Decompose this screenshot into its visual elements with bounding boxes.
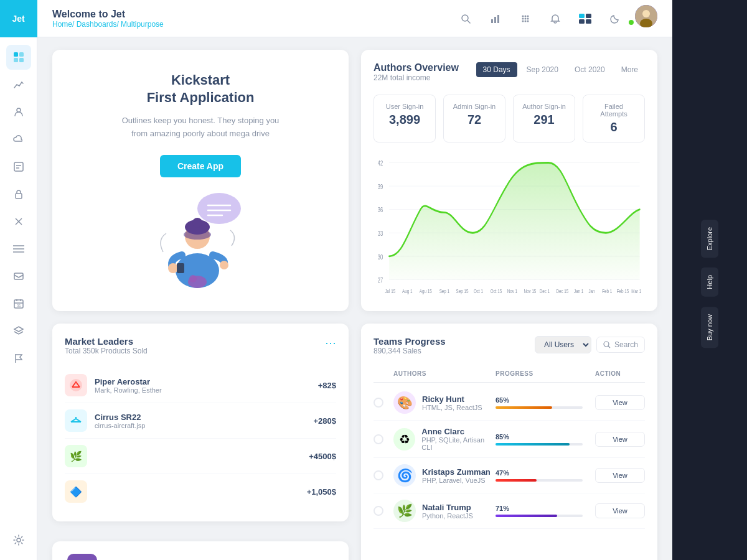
chart-icon[interactable] <box>486 9 505 29</box>
grid-icon[interactable] <box>515 9 535 29</box>
stat-failed-attempts-label: Failed Attempts <box>591 103 637 118</box>
authors-header: Authors Overview 22M total income 30 Day… <box>374 62 645 92</box>
market-more-icon[interactable]: ⋯ <box>325 336 336 350</box>
sidebar-item-users[interactable] <box>6 100 31 124</box>
date-tab-sep[interactable]: Sep 2020 <box>520 62 565 77</box>
view-ricky-btn[interactable]: View <box>595 395 645 410</box>
author-kristaps: 🌀 Kristaps Zumman PHP, Laravel, VueJS <box>393 464 496 487</box>
cirrus-meta: cirrus-aircraft.jsp <box>95 422 306 429</box>
svg-point-29 <box>527 15 529 17</box>
svg-rect-56 <box>177 263 184 273</box>
anne-name: Anne Clarc <box>421 427 496 436</box>
bootstrap-banner: B Bootstrap 5 <box>52 541 349 560</box>
dark-mode-icon[interactable] <box>605 9 625 29</box>
svg-line-93 <box>608 346 610 348</box>
stat-user-signin-value: 3,899 <box>382 113 428 127</box>
kickstart-title: Kickstart First Application <box>147 72 255 107</box>
market-item-piper: Piper Aerostar Mark, Rowling, Esther +82… <box>65 368 336 403</box>
content-area: Kickstart First Application Outlines kee… <box>37 37 672 560</box>
view-anne-btn[interactable]: View <box>595 432 645 447</box>
stat-failed-attempts: Failed Attempts 6 <box>583 95 645 142</box>
natali-name: Natali Trump <box>422 503 473 512</box>
view-kristaps-btn[interactable]: View <box>595 468 645 483</box>
svg-text:30: 30 <box>378 253 383 261</box>
apps-icon[interactable] <box>575 9 595 29</box>
teams-search[interactable]: Search <box>596 337 645 353</box>
buy-now-button[interactable]: Buy now <box>701 307 718 348</box>
teams-controls: All Users Search <box>535 336 645 353</box>
sidebar-item-calendar[interactable]: 31 <box>6 291 31 316</box>
sidebar-item-analytics[interactable] <box>6 72 31 97</box>
item3-logo: 🌿 <box>65 445 87 467</box>
anne-bar-bg <box>496 443 583 446</box>
date-tab-30days[interactable]: 30 Days <box>476 62 517 77</box>
kristaps-name: Kristaps Zumman <box>422 467 491 477</box>
svg-point-33 <box>522 20 524 22</box>
col-check <box>374 370 393 377</box>
svg-point-54 <box>168 263 178 273</box>
search-icon[interactable] <box>456 9 476 29</box>
col-action: ACTION <box>595 370 645 377</box>
check-anne[interactable] <box>374 434 383 444</box>
kickstart-card: Kickstart First Application Outlines kee… <box>52 50 349 311</box>
right-panel-buttons: Explore Help Buy now <box>701 12 718 548</box>
svg-point-28 <box>525 15 527 17</box>
sidebar-item-close[interactable] <box>6 209 31 234</box>
sidebar-nav: 31 <box>6 37 31 520</box>
sidebar-item-dashboard[interactable] <box>6 45 31 70</box>
sidebar-settings[interactable] <box>6 520 31 560</box>
svg-point-52 <box>184 230 211 240</box>
natali-bar-fill <box>496 515 557 517</box>
sidebar-item-lock[interactable] <box>6 182 31 207</box>
date-tab-oct[interactable]: Oct 2020 <box>568 62 612 77</box>
piper-value: +82$ <box>318 381 336 390</box>
settings-icon-item[interactable] <box>6 528 31 553</box>
svg-text:31: 31 <box>17 304 21 307</box>
market-title-block: Market Leaders Total 350k Products Sold <box>65 336 148 365</box>
breadcrumb: Home/ Dashboards/ Multipurpose <box>52 20 164 29</box>
kristaps-pct: 47% <box>496 469 595 477</box>
view-natali-btn[interactable]: View <box>595 503 645 518</box>
help-button[interactable]: Help <box>701 268 718 297</box>
right-panel: Explore Help Buy now <box>672 0 747 560</box>
market-item-4: 🔷 +1,050$ <box>65 474 336 509</box>
stat-admin-signin-label: Admin Sign-in <box>451 103 497 110</box>
sidebar-item-layers[interactable] <box>6 319 31 343</box>
user-avatar[interactable] <box>635 5 657 27</box>
check-natali[interactable] <box>374 506 383 516</box>
sidebar-item-flag[interactable] <box>6 346 31 371</box>
svg-text:Nov 15: Nov 15 <box>524 288 536 294</box>
stats-row: User Sign-in 3,899 Admin Sign-in 72 Auth… <box>374 95 645 142</box>
all-users-select[interactable]: All Users <box>535 336 591 353</box>
sidebar-item-cloud[interactable] <box>6 127 31 152</box>
app-logo[interactable]: Jet <box>0 0 37 37</box>
piper-name: Piper Aerostar <box>95 377 311 386</box>
svg-point-27 <box>522 15 524 17</box>
stat-admin-signin-value: 72 <box>451 113 497 127</box>
cirrus-value: +280$ <box>313 416 336 426</box>
header: Welcome to Jet Home/ Dashboards/ Multipu… <box>37 0 672 37</box>
stat-author-signin-value: 291 <box>521 113 567 127</box>
date-tab-more[interactable]: More <box>614 62 645 77</box>
notification-icon[interactable] <box>545 9 565 29</box>
team-row-kristaps: 🌀 Kristaps Zumman PHP, Laravel, VueJS 47… <box>374 458 645 493</box>
avatar-ricky: 🎨 <box>393 391 416 414</box>
sidebar-item-reports[interactable] <box>6 154 31 179</box>
teams-subtitle: 890,344 Sales <box>374 347 446 355</box>
ricky-tech: HTML, JS, ReactJS <box>422 404 482 411</box>
create-app-button[interactable]: Create App <box>160 155 241 177</box>
explore-button[interactable]: Explore <box>701 220 718 258</box>
author-natali: 🌿 Natali Trump Python, ReactJS <box>393 500 496 522</box>
svg-text:Jan 1: Jan 1 <box>574 288 583 294</box>
teams-title-block: Teams Progress 890,344 Sales <box>374 336 446 363</box>
anne-tech: PHP, SQLite, Artisan CLI <box>421 436 496 451</box>
progress-anne: 85% <box>496 433 595 446</box>
check-ricky[interactable] <box>374 398 383 408</box>
svg-text:Mar 1: Mar 1 <box>631 288 641 294</box>
breadcrumb-dashboards[interactable]: Dashboards/ <box>77 20 119 29</box>
breadcrumb-home[interactable]: Home/ <box>52 20 74 29</box>
sidebar-item-inbox[interactable] <box>6 264 31 289</box>
sidebar-item-menu[interactable] <box>6 236 31 261</box>
check-kristaps[interactable] <box>374 470 383 480</box>
market-title: Market Leaders <box>65 336 148 347</box>
